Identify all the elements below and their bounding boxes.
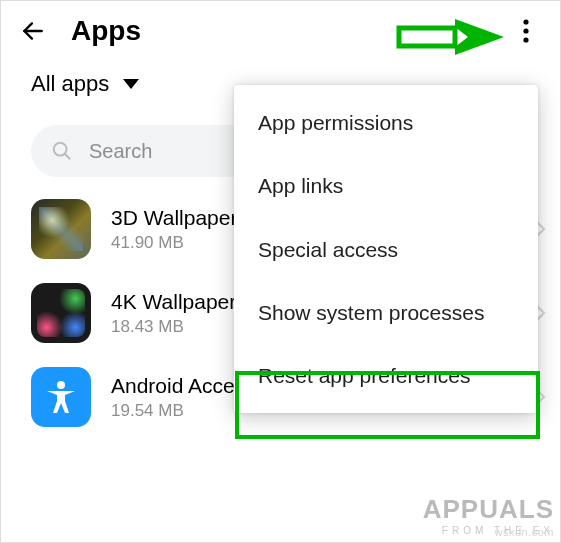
app-icon	[31, 283, 91, 343]
overflow-menu-button[interactable]	[512, 17, 540, 45]
app-icon	[31, 367, 91, 427]
menu-item-show-system[interactable]: Show system processes	[234, 281, 538, 344]
search-icon	[51, 140, 73, 162]
page-title: Apps	[71, 15, 512, 47]
watermark-url: wsxdn.com	[494, 526, 554, 538]
svg-point-3	[523, 37, 528, 42]
menu-item-reset-preferences[interactable]: Reset app preferences	[234, 344, 538, 407]
back-arrow-icon	[20, 18, 46, 44]
svg-point-6	[54, 143, 67, 156]
svg-line-7	[65, 154, 70, 159]
header-bar: Apps	[1, 1, 560, 61]
svg-point-8	[57, 381, 65, 389]
watermark: APPUALS FROM THE EX wsxdn.com	[423, 494, 554, 536]
menu-item-special-access[interactable]: Special access	[234, 218, 538, 281]
svg-point-1	[523, 19, 528, 24]
watermark-text: APPUALS	[423, 494, 554, 525]
search-placeholder: Search	[89, 140, 152, 163]
accessibility-icon	[41, 377, 81, 417]
more-vert-icon	[523, 19, 529, 43]
dropdown-icon	[123, 79, 139, 89]
back-button[interactable]	[19, 17, 47, 45]
app-icon	[31, 199, 91, 259]
svg-point-2	[523, 28, 528, 33]
menu-item-app-links[interactable]: App links	[234, 154, 538, 217]
filter-label: All apps	[31, 71, 109, 97]
overflow-menu-popup: App permissions App links Special access…	[234, 85, 538, 413]
menu-item-app-permissions[interactable]: App permissions	[234, 91, 538, 154]
